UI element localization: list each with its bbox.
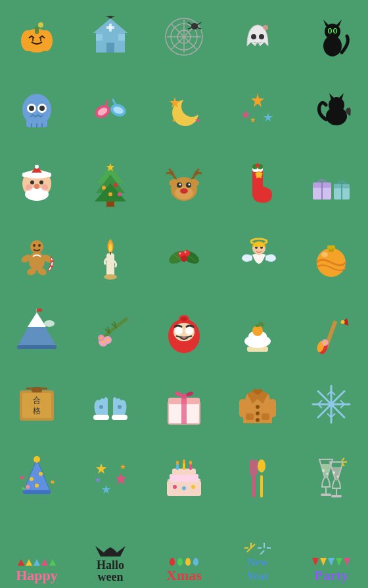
cell-newyear-label: NewYear [221,514,294,588]
cell-candy [74,74,147,147]
svg-rect-189 [246,413,254,420]
cell-party-hat [0,441,74,514]
cell-gift-box [147,368,221,441]
svg-rect-212 [23,490,51,494]
svg-point-54 [181,96,202,117]
svg-marker-59 [241,110,250,119]
svg-marker-216 [96,463,106,474]
svg-marker-33 [335,20,342,26]
cell-halloween-label: Halloween [74,514,147,588]
svg-point-181 [118,405,122,409]
svg-line-49 [105,101,108,106]
svg-rect-184 [181,398,187,424]
cell-stars [74,441,147,514]
cell-happy-label: Happy [0,514,74,588]
svg-rect-175 [32,387,42,392]
svg-point-114 [38,244,41,247]
cell-gifts [294,147,368,220]
svg-rect-133 [327,245,335,249]
cell-candle [74,220,147,294]
svg-point-229 [189,461,192,465]
svg-rect-69 [22,173,51,177]
svg-point-72 [30,180,34,184]
cell-pine-branch [74,294,147,368]
cell-mochi [221,294,294,368]
svg-marker-60 [264,113,273,121]
svg-point-93 [189,184,191,186]
svg-marker-218 [102,485,110,494]
cell-champagne [294,441,368,514]
svg-point-205 [329,402,334,407]
cell-coat [221,368,294,441]
cell-hamaya [294,294,368,368]
cell-mittens [74,368,147,441]
svg-point-211 [34,456,40,463]
svg-rect-214 [51,480,55,484]
svg-point-180 [99,405,103,409]
svg-rect-139 [37,308,42,312]
cell-black-cat [294,0,368,74]
svg-rect-115 [106,253,114,277]
svg-marker-219 [120,464,126,469]
cell-exam-board: 合 格 [0,368,74,441]
party-label: Party [314,568,349,583]
cell-party-label: Party [294,514,368,588]
cell-cake [147,441,221,514]
svg-rect-179 [112,415,127,420]
cell-pumpkin [0,0,74,74]
svg-point-76 [41,184,48,191]
svg-point-134 [321,252,328,257]
svg-point-153 [175,327,183,335]
svg-point-126 [185,251,187,253]
svg-rect-12 [96,34,103,41]
cell-witch-cat [294,74,368,147]
xmas-label: Xmas [166,568,202,583]
svg-point-125 [179,253,181,255]
svg-point-81 [102,186,106,190]
svg-point-148 [102,341,104,343]
svg-point-124 [181,255,187,262]
svg-marker-217 [115,472,127,484]
halloween-label: Halloween [97,559,124,583]
svg-point-29 [263,25,268,30]
svg-line-52 [113,100,116,105]
svg-point-208 [39,472,43,476]
svg-rect-137 [17,345,57,349]
cell-reindeer [147,147,221,220]
svg-point-113 [33,244,35,247]
happy-label: Happy [16,568,58,583]
svg-point-245 [333,471,335,474]
svg-point-36 [329,29,331,33]
svg-rect-191 [239,399,246,417]
svg-point-37 [334,29,336,33]
cell-xmas-label: Xmas [147,514,221,588]
svg-point-83 [108,192,112,196]
svg-rect-233 [252,474,255,497]
svg-point-150 [106,339,109,341]
svg-rect-190 [262,413,269,420]
svg-point-210 [26,485,30,489]
svg-point-230 [173,485,177,489]
svg-line-25 [197,22,201,25]
cell-mt-fuji [0,294,74,368]
svg-point-207 [30,477,34,481]
svg-point-188 [256,418,260,422]
svg-marker-58 [251,93,264,107]
svg-point-154 [185,327,193,335]
svg-point-2 [39,30,53,51]
cell-skull [0,74,74,147]
cell-fork-spoon [221,441,294,514]
cell-angel [221,220,294,294]
svg-rect-240 [321,494,331,496]
svg-point-149 [101,337,103,339]
cell-star-cluster [221,74,294,147]
cell-holly [147,220,221,294]
svg-marker-32 [323,20,330,26]
svg-rect-3 [35,26,39,34]
cell-stocking [221,147,294,220]
svg-rect-213 [20,476,24,480]
svg-rect-244 [331,495,342,497]
svg-point-70 [35,165,39,169]
svg-text:格: 格 [32,406,41,415]
svg-line-257 [260,551,264,555]
